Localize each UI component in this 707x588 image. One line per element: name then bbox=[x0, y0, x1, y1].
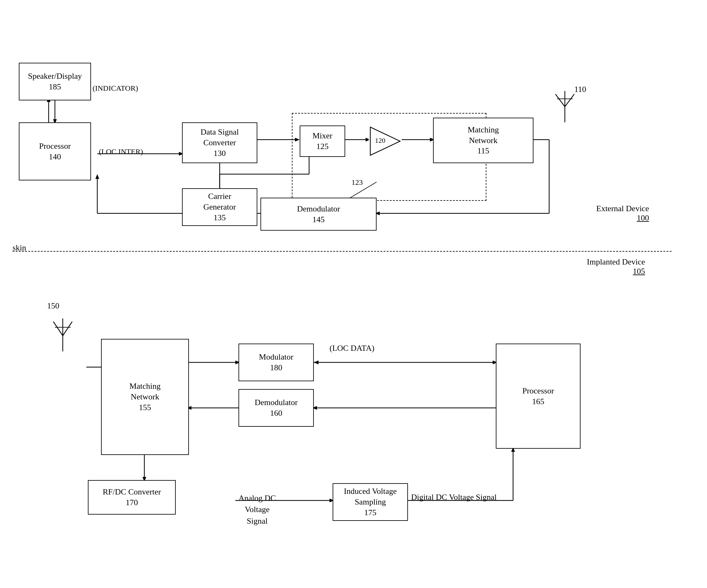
demodulator-145-block: Demodulator 145 bbox=[261, 198, 377, 231]
amplifier-block: 120 bbox=[369, 126, 402, 157]
matching-network-155-block: MatchingNetwork 155 bbox=[101, 339, 189, 455]
antenna-110-icon bbox=[552, 85, 577, 123]
mixer-block: Mixer 125 bbox=[300, 126, 345, 157]
carrier-generator-block: CarrierGenerator 135 bbox=[182, 188, 257, 226]
external-device-label: External Device 100 bbox=[596, 204, 649, 223]
svg-text:120: 120 bbox=[375, 137, 385, 144]
speaker-display-block: Speaker/Display 185 bbox=[19, 63, 91, 100]
diagram: Speaker/Display 185 Processor 140 Data S… bbox=[0, 0, 707, 588]
svg-marker-22 bbox=[95, 174, 99, 179]
antenna-150-svg bbox=[50, 311, 75, 351]
antenna-150-label: 150 bbox=[47, 301, 59, 311]
rf-dc-converter-block: RF/DC Converter 170 bbox=[88, 480, 176, 515]
induced-voltage-block: Induced VoltageSampling 175 bbox=[333, 483, 408, 521]
data-signal-converter-block: Data SignalConverter 130 bbox=[182, 123, 257, 163]
antenna-110-label: 110 bbox=[574, 85, 586, 94]
processor-140-block: Processor 140 bbox=[19, 123, 91, 180]
loc-data-label: (LOC DATA) bbox=[330, 344, 374, 353]
analog-dc-label: Analog DCVoltageSignal bbox=[238, 493, 276, 527]
processor-165-block: Processor 165 bbox=[496, 344, 580, 449]
ref-123-label: 123 bbox=[351, 178, 363, 187]
svg-line-52 bbox=[63, 322, 72, 336]
modulator-block: Modulator 180 bbox=[238, 344, 314, 381]
indicator-label: (INDICATOR) bbox=[93, 84, 138, 93]
matching-network-115-block: MatchingNetwork 115 bbox=[433, 118, 534, 163]
implanted-device-label: Implanted Device 105 bbox=[587, 257, 645, 276]
loc-inter-label: (LOC INTER) bbox=[99, 147, 143, 156]
svg-line-51 bbox=[53, 322, 63, 336]
svg-line-46 bbox=[556, 94, 565, 107]
svg-line-47 bbox=[565, 94, 574, 107]
amplifier-triangle-icon: 120 bbox=[369, 126, 402, 157]
skin-line bbox=[12, 251, 672, 252]
svg-marker-42 bbox=[314, 360, 318, 364]
svg-marker-34 bbox=[314, 360, 318, 364]
antenna-110 bbox=[552, 85, 577, 124]
demodulator-160-block: Demodulator 160 bbox=[238, 389, 314, 427]
antenna-150-icon bbox=[50, 311, 75, 353]
skin-label: skin bbox=[12, 243, 26, 252]
digital-dc-label: Digital DC Voltage Signal bbox=[411, 493, 497, 502]
